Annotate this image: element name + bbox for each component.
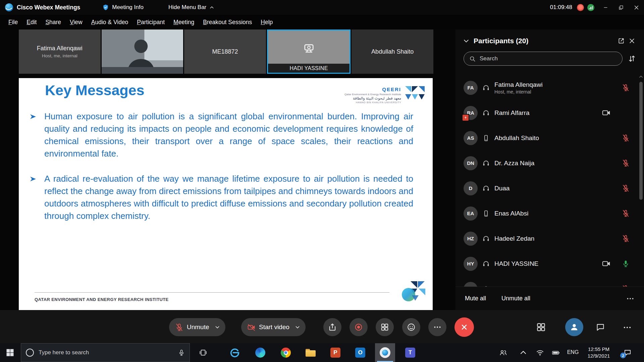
close-button[interactable] — [629, 0, 644, 15]
menu-item-share[interactable]: Share — [41, 19, 65, 26]
action-center-button[interactable]: 2 — [623, 348, 632, 357]
sort-icon[interactable] — [628, 55, 636, 63]
menu-item-file[interactable]: File — [4, 19, 22, 26]
video-tile-hadi-selected[interactable]: HADI YASSINE — [267, 29, 351, 74]
close-panel-icon[interactable] — [629, 38, 635, 44]
participant-search-box[interactable] — [464, 52, 623, 66]
outlook-icon: O — [355, 348, 365, 358]
layout-button[interactable] — [536, 322, 546, 332]
taskbar-search-input[interactable] — [38, 349, 174, 356]
mic-muted-icon[interactable] — [622, 235, 630, 242]
mic-muted-icon[interactable] — [622, 184, 630, 192]
camera-off-icon — [247, 323, 256, 331]
leave-meeting-button[interactable] — [454, 317, 474, 337]
unmute-all-button[interactable]: Unmute all — [501, 295, 530, 302]
participant-row[interactable]: H hana — [455, 276, 639, 287]
mic-active-icon[interactable] — [622, 260, 630, 267]
menu-item-audio-video[interactable]: Audio & Video — [87, 19, 133, 26]
video-tile-me18872[interactable]: ME18872 — [184, 29, 266, 74]
mic-muted-icon[interactable] — [622, 209, 630, 217]
participant-video — [102, 29, 183, 74]
maximize-button[interactable] — [613, 0, 629, 15]
meeting-info-button[interactable]: Meeting Info — [102, 4, 144, 11]
taskbar-app-webex-active[interactable] — [375, 343, 395, 362]
video-tile-fatima[interactable]: Fatima Allenqawi Host, me, internal — [19, 29, 101, 74]
more-options-button[interactable] — [428, 318, 446, 336]
tile-name: HADI YASSINE — [268, 64, 350, 73]
record-button[interactable] — [350, 318, 368, 336]
voice-search-mic-icon[interactable] — [178, 349, 185, 356]
apps-button[interactable] — [376, 318, 394, 336]
tray-battery-icon[interactable] — [552, 349, 560, 357]
panel-scrollbar[interactable] — [639, 76, 643, 287]
cortana-icon[interactable] — [26, 349, 34, 357]
tray-clock[interactable]: 12:55 PM 12/9/2021 — [579, 346, 618, 359]
participants-toggle-button[interactable] — [565, 318, 583, 336]
participant-row[interactable]: AS Abdullah Shaito — [455, 125, 639, 150]
mute-all-button[interactable]: Mute all — [465, 295, 486, 302]
chevron-down-icon[interactable] — [463, 38, 470, 44]
participant-row[interactable]: EA Enas AlAbsi — [455, 201, 639, 226]
video-tile-live-camera[interactable] — [102, 29, 183, 74]
participant-row[interactable]: HY HADI YASSINE — [455, 251, 639, 276]
menu-item-breakout-sessions[interactable]: Breakout Sessions — [199, 19, 256, 26]
reactions-button[interactable] — [402, 318, 420, 336]
scrollbar-thumb[interactable] — [639, 82, 643, 200]
chevron-down-icon[interactable] — [215, 324, 220, 330]
participant-row[interactable]: RA Rami Alfarra — [455, 100, 639, 125]
unmute-button[interactable]: Unmute — [169, 318, 225, 336]
video-thumbnail-strip: Fatima Allenqawi Host, me, internal ME18… — [19, 29, 433, 74]
shield-icon — [102, 4, 109, 11]
taskbar-app-file-explorer[interactable] — [301, 343, 321, 362]
mic-muted-icon — [175, 323, 183, 331]
meeting-control-bar: Unmute Start video — [0, 310, 644, 343]
participant-row[interactable]: D Duaa — [455, 176, 639, 201]
more-options-icon[interactable] — [626, 294, 635, 303]
scroll-up-icon[interactable] — [639, 74, 643, 79]
menu-item-meeting[interactable]: Meeting — [169, 19, 199, 26]
chat-button[interactable] — [596, 322, 605, 332]
tray-people-icon[interactable] — [499, 349, 507, 357]
pop-out-icon[interactable] — [618, 38, 625, 44]
task-view-button[interactable] — [199, 348, 207, 357]
hide-menu-bar-button[interactable]: Hide Menu Bar — [168, 4, 214, 11]
participants-header: Participants (20) — [455, 29, 644, 45]
tray-network-icon[interactable] — [536, 349, 544, 357]
search-icon — [469, 56, 476, 62]
participant-row[interactable]: DN Dr. Azza Naija — [455, 150, 639, 176]
taskbar-app-teams[interactable]: T — [400, 343, 420, 362]
minimize-button[interactable] — [598, 0, 613, 15]
participant-row[interactable]: HZ Hadeel Zedan — [455, 226, 639, 251]
more-panels-button[interactable] — [623, 323, 632, 332]
tray-language-indicator[interactable]: ENG — [565, 349, 581, 355]
mic-muted-icon[interactable] — [622, 84, 630, 92]
start-button[interactable] — [5, 348, 15, 357]
share-content-button[interactable] — [323, 318, 341, 336]
search-input[interactable] — [479, 55, 617, 62]
start-video-button[interactable]: Start video — [241, 318, 306, 336]
avatar: HZ — [464, 232, 478, 246]
mic-muted-icon[interactable] — [622, 159, 630, 167]
avatar: RA — [464, 106, 478, 120]
slide-body: Human exposure to air pollution is a sig… — [30, 110, 413, 235]
avatar: AS — [464, 131, 478, 145]
recording-indicator-icon — [577, 4, 584, 11]
menu-item-view[interactable]: View — [65, 19, 87, 26]
taskbar-app-internet-explorer[interactable] — [225, 343, 245, 362]
chevron-down-icon[interactable] — [295, 324, 300, 330]
apps-grid-icon — [380, 323, 389, 331]
menu-item-help[interactable]: Help — [256, 19, 277, 26]
taskbar-app-powerpoint[interactable]: P — [325, 343, 345, 362]
tray-chevron-up-icon[interactable] — [519, 349, 527, 357]
taskbar-app-edge[interactable] — [250, 343, 270, 362]
taskbar-app-outlook[interactable]: O — [350, 343, 370, 362]
menu-item-edit[interactable]: Edit — [22, 19, 41, 26]
notification-badge: 2 — [620, 353, 626, 358]
taskbar-app-chrome[interactable] — [276, 343, 296, 362]
mic-muted-icon[interactable] — [622, 134, 630, 142]
app-title: Cisco Webex Meetings — [17, 4, 80, 11]
video-tile-abdullah[interactable]: Abdullah Shaito — [352, 29, 433, 74]
taskbar-search-box[interactable] — [21, 343, 190, 362]
participant-row[interactable]: FA Fatima Allenqawi Host, me, internal — [455, 75, 639, 100]
menu-item-participant[interactable]: Participant — [132, 19, 169, 26]
